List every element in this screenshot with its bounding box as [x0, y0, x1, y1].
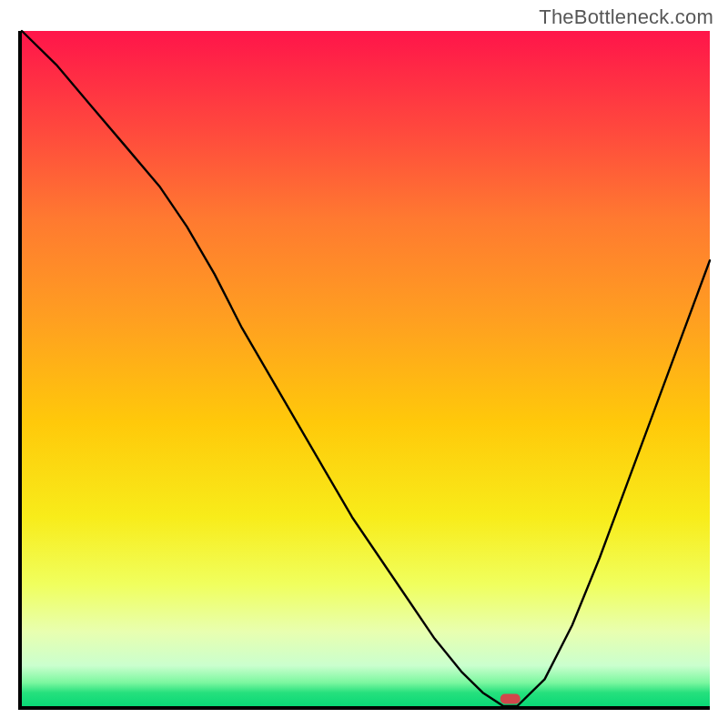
optimal-marker [500, 694, 521, 704]
chart-plot-area [18, 31, 710, 710]
chart-svg [22, 31, 710, 706]
watermark-text: TheBottleneck.com [539, 5, 713, 29]
series-curve [22, 31, 710, 706]
